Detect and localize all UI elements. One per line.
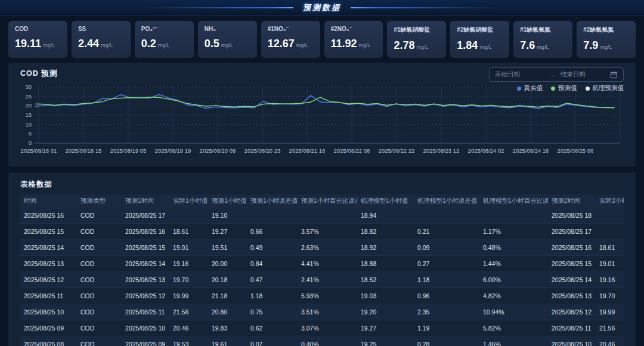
legend-item[interactable]: 预测值 (551, 84, 577, 92)
metric-value-row: 1.84mg/L (457, 39, 503, 52)
table-cell: 20.46 (596, 341, 624, 346)
table-cell: 2025/08/25 16 (20, 212, 77, 219)
metric-value: 0.2 (141, 38, 156, 50)
table-cell: 19.70 (169, 276, 208, 283)
table-cell: 2025/08/25 12 (122, 292, 169, 299)
legend-dot-icon (551, 86, 555, 91)
svg-text:10: 10 (25, 121, 32, 128)
svg-text:2025/08/20 23: 2025/08/20 23 (244, 147, 281, 154)
legend-label: 机理预测值 (593, 84, 624, 92)
table-cell: 1.18 (247, 292, 298, 299)
metric-unit: mg/L (101, 42, 113, 48)
metric-label: #1缺氧硝酸盐 (394, 26, 439, 34)
date-range-arrow-icon: → (549, 71, 556, 78)
metric-value: 0.5 (205, 38, 219, 50)
table-cell: 1.19 (414, 325, 479, 332)
table-cell: 3.57% (298, 228, 357, 235)
table-cell: 21.18 (208, 292, 247, 299)
svg-text:2025/08/22 08: 2025/08/22 08 (334, 147, 370, 154)
table-panel-title: 表格数据 (20, 180, 624, 190)
metric-label: #2缺氧氨氮 (583, 26, 629, 34)
table-column-header: 预测2时间 (548, 197, 596, 205)
table-cell: 19.27 (208, 228, 247, 235)
table-cell: 1.17% (479, 228, 548, 235)
table-cell: 2025/08/25 10 (20, 308, 77, 316)
svg-text:2025/08/20 09: 2025/08/20 09 (200, 147, 236, 154)
table-cell: 19.10 (208, 212, 247, 219)
table-column-header: 预测1小时值 (208, 197, 247, 205)
svg-text:2025/08/19 19: 2025/08/19 19 (155, 147, 191, 154)
table-cell: 19.61 (208, 341, 247, 346)
table-cell: 2025/08/25 15 (122, 244, 169, 251)
table-cell: 2.35 (414, 308, 479, 316)
table-cell: 2.63% (298, 244, 357, 251)
end-date-input[interactable]: 结束日期 (561, 70, 610, 79)
page-title: 预测数据 (303, 2, 341, 13)
table-cell: 19.01 (169, 244, 208, 251)
legend-label: 预测值 (558, 84, 577, 92)
metric-unit: mg/L (296, 42, 308, 48)
table-cell: 19.03 (357, 292, 414, 299)
metric-value: 2.44 (78, 38, 99, 50)
table-cell: 19.16 (169, 260, 208, 267)
metric-value: 11.92 (331, 38, 357, 50)
table-cell: 2025/08/25 16 (548, 244, 596, 251)
table-cell: 0.40% (298, 341, 357, 346)
table-cell: 0.62 (247, 325, 298, 332)
table-cell: 2025/08/25 12 (548, 308, 596, 316)
table-cell: 0.47 (247, 276, 298, 283)
table-cell: 21.56 (169, 308, 208, 316)
calendar-icon[interactable] (610, 71, 618, 79)
metric-unit: mg/L (158, 42, 170, 48)
start-date-input[interactable]: 开始日期 (495, 70, 544, 79)
legend-item[interactable]: 真实值 (517, 84, 543, 92)
svg-text:20: 20 (25, 102, 32, 109)
table-panel: 表格数据 时间预测类型预测1时间实际1小时值预测1小时值预测1小时误差值预测1小… (8, 172, 636, 346)
table-cell: COD (77, 260, 122, 267)
table-cell: 0.28 (414, 341, 479, 346)
table-cell: 19.99 (596, 308, 624, 316)
table-cell: 2025/08/25 09 (122, 341, 169, 346)
table-header-row: 时间预测类型预测1时间实际1小时值预测1小时值预测1小时误差值预测1小时百分比误… (20, 194, 624, 208)
table-cell: 2025/08/25 11 (20, 292, 77, 299)
table-cell: 0.75 (247, 308, 298, 316)
metric-label: #1NO₃⁻ (268, 26, 314, 32)
table-cell: 18.82 (357, 228, 414, 235)
table-cell: 2025/08/25 12 (20, 276, 77, 283)
table-cell: COD (77, 308, 122, 316)
table-cell: 0.27 (414, 260, 479, 267)
svg-text:2025/08/19 05: 2025/08/19 05 (110, 147, 147, 154)
table-cell: 2025/08/25 14 (548, 276, 596, 283)
table-cell: 18.92 (357, 244, 414, 251)
svg-text:2025/08/24 02: 2025/08/24 02 (468, 147, 504, 154)
table-cell: 0.09 (414, 244, 479, 251)
metric-value-row: 7.9mg/L (583, 39, 629, 52)
metric-value-row: 12.67mg/L (268, 38, 314, 50)
table-cell: 0.48% (479, 244, 548, 251)
metric-unit: mg/L (221, 42, 233, 48)
table-cell: 2025/08/25 17 (122, 212, 169, 219)
date-range-picker[interactable]: 开始日期 → 结束日期 (489, 67, 624, 82)
table-cell: 0.07 (247, 341, 298, 346)
table-cell: 10.94% (479, 308, 548, 316)
table-row: 2025/08/25 09COD2025/08/25 1020.4619.830… (20, 320, 624, 336)
metric-unit: mg/L (479, 44, 491, 50)
metric-value-row: 7.6mg/L (520, 39, 566, 52)
metric-card: #1缺氧氨氮7.6mg/L (513, 21, 572, 58)
table-cell: 18.52 (357, 276, 414, 283)
table-cell: 0.66 (247, 228, 298, 235)
metric-unit: mg/L (359, 42, 371, 48)
svg-text:2025/08/22 22: 2025/08/22 22 (379, 147, 415, 154)
table-cell: 4.82% (479, 292, 548, 299)
table-cell: 0.96 (414, 292, 479, 299)
table-cell: 2025/08/25 17 (548, 228, 596, 235)
table-cell: 19.01 (596, 260, 624, 267)
table-cell: 2025/08/25 16 (122, 228, 169, 235)
table-cell: 20.46 (169, 325, 208, 332)
legend-dot-icon (517, 86, 521, 91)
legend-item[interactable]: 机理预测值 (586, 84, 624, 92)
table-cell: 19.70 (596, 292, 624, 299)
table-cell: 2025/08/25 10 (122, 325, 169, 332)
metric-value-row: 2.44mg/L (78, 38, 124, 50)
table-cell: 0.84 (247, 260, 298, 267)
